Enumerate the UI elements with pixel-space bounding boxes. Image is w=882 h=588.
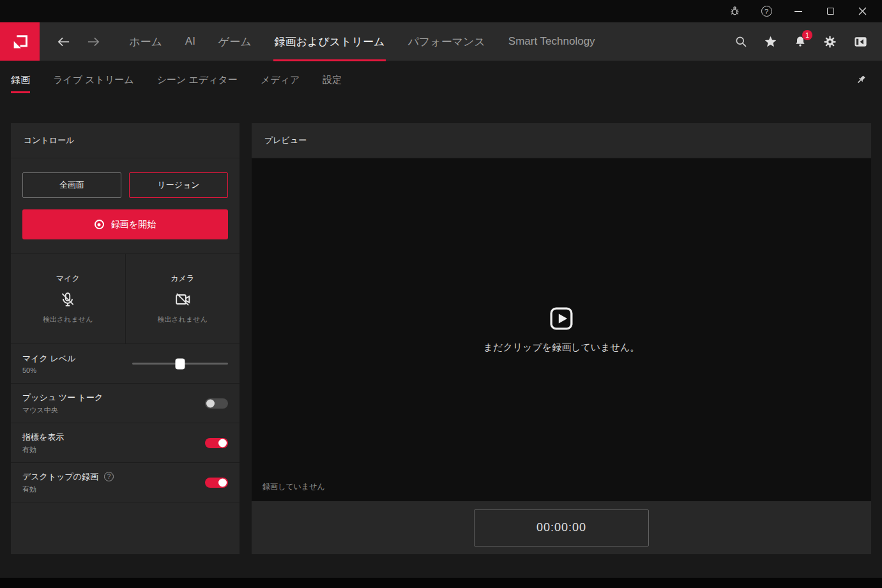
amd-logo[interactable]: [0, 22, 40, 61]
desktop-recording-text: デスクトップの録画 ? 有効: [22, 471, 114, 494]
show-metrics-label: 指標を表示: [22, 432, 64, 443]
pin-button[interactable]: [855, 74, 882, 86]
bug-report-button[interactable]: [719, 0, 750, 22]
pin-icon: [855, 74, 867, 86]
desktop-recording-label-text: デスクトップの録画: [22, 471, 98, 483]
push-to-talk-text: プッシュ ツー トーク マウス中央: [22, 392, 103, 415]
push-to-talk-row: プッシュ ツー トーク マウス中央: [11, 384, 240, 423]
subnav-item-settings[interactable]: 設定: [323, 74, 342, 86]
nav-item-performance[interactable]: パフォーマンス: [407, 34, 485, 49]
mic-muted-icon: [59, 291, 76, 308]
help-icon: ?: [761, 6, 772, 17]
settings-button[interactable]: [823, 35, 837, 49]
star-icon: [764, 35, 777, 49]
show-metrics-toggle-knob: [218, 439, 227, 447]
bug-report-icon: [729, 6, 740, 17]
record-icon: [95, 220, 104, 229]
camera-label: カメラ: [171, 273, 194, 284]
minimize-button[interactable]: [782, 0, 814, 22]
play-preview-icon: [549, 306, 574, 331]
notification-badge: 1: [802, 30, 812, 40]
camera-device: カメラ 検出されません: [126, 254, 240, 343]
preview-panel-title: プレビュー: [252, 123, 871, 158]
mic-level-row: マイク レベル 50%: [11, 344, 240, 384]
close-icon: [858, 7, 867, 15]
desktop-recording-row: デスクトップの録画 ? 有効: [11, 463, 240, 502]
empty-clips-message: まだクリップを録画していません。: [483, 342, 640, 354]
subnav-item-scene-editor[interactable]: シーン エディター: [157, 74, 238, 86]
push-to-talk-toggle[interactable]: [205, 398, 228, 409]
start-recording-button[interactable]: 録画を開始: [22, 209, 228, 239]
forward-button[interactable]: [86, 34, 101, 49]
search-button[interactable]: [734, 35, 747, 48]
mic-label: マイク: [56, 273, 80, 284]
nav-history-arrows: [56, 34, 101, 49]
capture-mode-buttons: 全画面 リージョン: [11, 158, 240, 198]
push-to-talk-value: マウス中央: [22, 405, 103, 415]
nav-item-ai[interactable]: AI: [185, 35, 195, 48]
desktop-recording-value: 有効: [22, 485, 114, 494]
subnav-item-recording[interactable]: 録画: [11, 74, 30, 86]
devices-section: マイク 検出されません カメラ: [11, 253, 240, 344]
notifications-button[interactable]: 1: [794, 35, 807, 48]
window-bottom-edge: [0, 578, 882, 588]
back-button[interactable]: [56, 34, 71, 49]
subnav: 録画 ライブ ストリーム シーン エディター メディア 設定: [0, 61, 882, 99]
search-icon: [734, 35, 747, 48]
help-button[interactable]: ?: [750, 0, 782, 22]
mic-level-text: マイク レベル 50%: [22, 353, 75, 374]
mic-status: 検出されません: [43, 315, 93, 324]
camera-off-icon: [174, 291, 191, 308]
preview-viewport: まだクリップを録画していません。 録画していません: [252, 158, 871, 501]
nav-item-home[interactable]: ホーム: [129, 34, 162, 49]
nav-item-record-stream[interactable]: 録画およびストリーム: [275, 34, 385, 49]
show-metrics-text: 指標を表示 有効: [22, 432, 64, 455]
mic-device: マイク 検出されません: [11, 254, 126, 343]
push-to-talk-label: プッシュ ツー トーク: [22, 392, 103, 403]
main-navbar: ホーム AI ゲーム 録画およびストリーム パフォーマンス Smart Tech…: [0, 22, 882, 61]
recording-timer: 00:00:00: [474, 509, 649, 547]
subnav-item-live-stream[interactable]: ライブ ストリーム: [53, 74, 134, 86]
desktop-recording-toggle-knob: [218, 478, 227, 486]
mic-level-label: マイク レベル: [22, 353, 75, 365]
content-area: コントロール 全画面 リージョン 録画を開始 マイク: [11, 123, 871, 554]
mic-level-slider-handle[interactable]: [176, 358, 185, 369]
nav-item-gaming[interactable]: ゲーム: [218, 34, 252, 49]
nav-icons: 1: [734, 34, 882, 49]
control-panel: コントロール 全画面 リージョン 録画を開始 マイク: [11, 123, 240, 554]
show-metrics-value: 有効: [22, 445, 64, 455]
show-metrics-toggle[interactable]: [205, 438, 228, 448]
desktop-recording-help-icon[interactable]: ?: [104, 472, 114, 481]
control-panel-title: コントロール: [11, 123, 240, 158]
maximize-icon: [827, 8, 834, 15]
show-metrics-row: 指標を表示 有効: [11, 423, 240, 463]
timer-bar: 00:00:00: [252, 501, 871, 554]
titlebar: ?: [0, 0, 882, 22]
overlay-panel-button[interactable]: [853, 34, 868, 49]
minimize-icon: [795, 11, 802, 12]
desktop-recording-label: デスクトップの録画 ?: [22, 471, 114, 483]
overlay-panel-icon: [853, 34, 868, 49]
camera-status: 検出されません: [158, 315, 208, 324]
maximize-button[interactable]: [814, 0, 846, 22]
nav-item-smart-technology[interactable]: Smart Technology: [508, 35, 595, 48]
region-button[interactable]: リージョン: [129, 172, 228, 198]
desktop-recording-toggle[interactable]: [205, 478, 228, 488]
close-button[interactable]: [846, 0, 878, 22]
start-recording-label: 録画を開始: [111, 219, 156, 230]
subnav-item-media[interactable]: メディア: [261, 74, 300, 86]
recording-status: 録画していません: [262, 481, 325, 492]
gear-icon: [823, 35, 837, 49]
push-to-talk-toggle-knob: [206, 399, 215, 407]
amd-logo-icon: [11, 33, 29, 50]
preview-panel: プレビュー まだクリップを録画していません。 録画していません 00:00:00: [252, 123, 871, 554]
mic-level-slider[interactable]: [132, 363, 228, 365]
fullscreen-button[interactable]: 全画面: [22, 172, 121, 198]
nav-items: ホーム AI ゲーム 録画およびストリーム パフォーマンス Smart Tech…: [129, 34, 595, 49]
mic-level-value: 50%: [22, 366, 75, 374]
favorites-button[interactable]: [764, 35, 777, 49]
